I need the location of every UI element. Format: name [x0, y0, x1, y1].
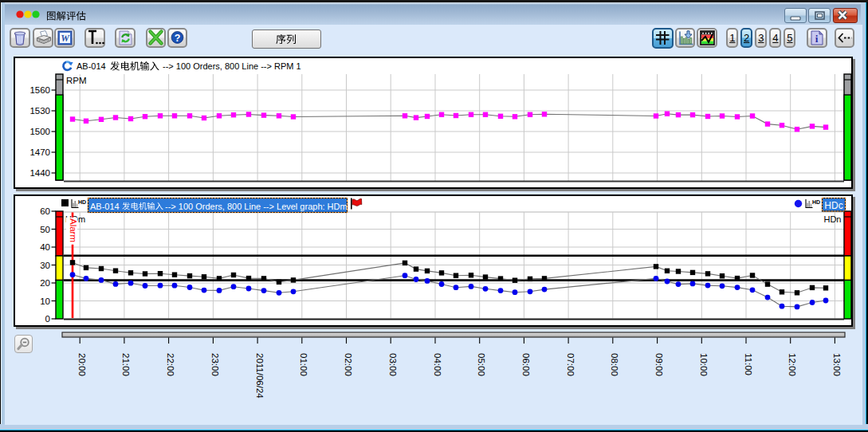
- svg-text:--> 100 Orders, 800 Line --> L: --> 100 Orders, 800 Line --> Level graph…: [165, 202, 348, 211]
- svg-text:04:00: 04:00: [433, 353, 442, 376]
- svg-text:HDn: HDn: [823, 214, 841, 224]
- svg-text:10: 10: [40, 297, 50, 306]
- svg-text:12:00: 12:00: [787, 353, 797, 376]
- svg-text:Alarm: Alarm: [69, 218, 78, 242]
- svg-text:AB-014: AB-014: [90, 202, 120, 211]
- svg-text:1530: 1530: [29, 106, 50, 116]
- svg-text:30: 30: [40, 261, 50, 270]
- svg-text:06:00: 06:00: [521, 353, 531, 376]
- svg-text:02:00: 02:00: [344, 353, 353, 376]
- svg-text:60: 60: [40, 206, 50, 216]
- svg-text:20: 20: [40, 278, 50, 288]
- svg-text:13:00: 13:00: [832, 353, 842, 376]
- svg-text:HD: HD: [812, 199, 820, 205]
- svg-text:HD: HD: [78, 199, 86, 205]
- svg-text:05:00: 05:00: [477, 353, 486, 376]
- svg-text:08:00: 08:00: [610, 353, 619, 376]
- svg-text:03:00: 03:00: [388, 353, 398, 376]
- svg-text:HDc: HDc: [824, 200, 842, 211]
- svg-text:50: 50: [40, 225, 50, 234]
- svg-text:0: 0: [45, 314, 50, 324]
- svg-text:1500: 1500: [29, 127, 50, 136]
- svg-text:1470: 1470: [29, 147, 50, 157]
- svg-text:1440: 1440: [29, 168, 50, 178]
- svg-text:01:00: 01:00: [299, 353, 308, 376]
- svg-text:RPM: RPM: [66, 76, 87, 85]
- svg-text:10:00: 10:00: [699, 353, 709, 376]
- svg-text:1560: 1560: [29, 85, 50, 95]
- svg-text:--> 100 Orders, 800 Line --> R: --> 100 Orders, 800 Line --> RPM 1: [163, 61, 301, 71]
- svg-text:07:00: 07:00: [566, 353, 575, 376]
- svg-text:AB-014: AB-014: [77, 61, 106, 71]
- svg-text:23:00: 23:00: [210, 353, 220, 376]
- svg-text:09:00: 09:00: [654, 353, 664, 376]
- svg-text:40: 40: [40, 242, 50, 252]
- svg-text:20:00: 20:00: [77, 353, 87, 376]
- svg-text:21:00: 21:00: [121, 353, 131, 376]
- svg-text:11:00: 11:00: [744, 353, 753, 375]
- svg-text:22:00: 22:00: [166, 353, 175, 376]
- svg-text:2011/06/24: 2011/06/24: [255, 353, 265, 399]
